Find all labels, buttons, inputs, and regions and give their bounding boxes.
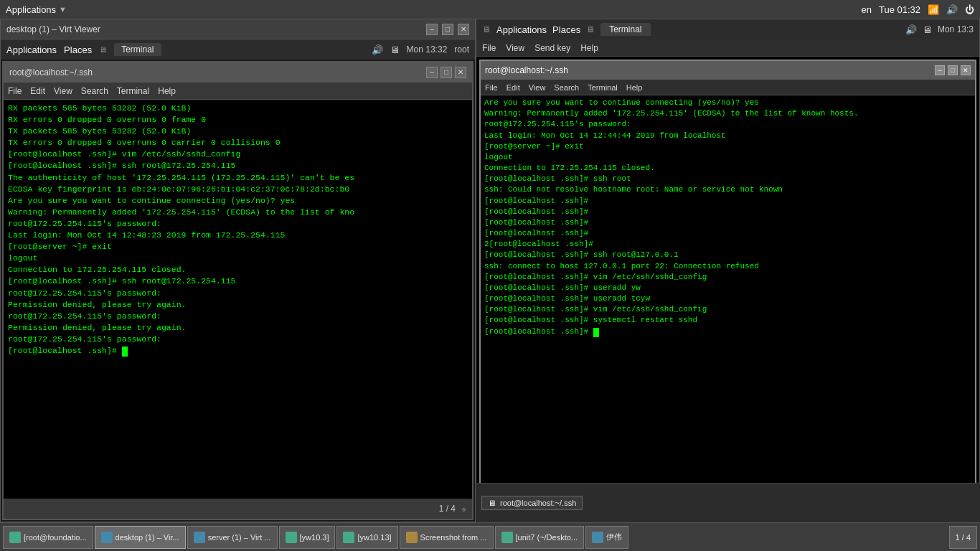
right-gnome-time: Mon 13:3 <box>938 24 974 34</box>
right-term-line: [root@localhost .ssh]# ssh root <box>484 174 971 184</box>
power-icon: ⏻ <box>965 4 974 15</box>
right-inner-terminal[interactable]: Terminal <box>588 83 618 92</box>
right-term-line: [root@localhost .ssh]# <box>484 228 971 239</box>
left-window-titlebar: desktop (1) – Virt Viewer – □ ✕ <box>1 19 475 39</box>
right-server-taskbar-item[interactable]: 🖥 root@localhost:~/.ssh <box>481 496 583 510</box>
left-term-line: Connection to 172.25.254.115 closed. <box>8 264 468 276</box>
right-inner-view[interactable]: View <box>529 83 546 92</box>
right-window-content: root@localhost:~/.ssh – □ ✕ File Edit Vi… <box>476 57 979 522</box>
menu-terminal[interactable]: Terminal <box>117 86 149 96</box>
right-menu-file[interactable]: File <box>482 43 496 53</box>
left-window-controls: – □ ✕ <box>426 24 469 35</box>
right-inner-maximize[interactable]: □ <box>948 65 958 75</box>
menu-edit[interactable]: Edit <box>30 86 45 96</box>
left-gnome-places[interactable]: Places <box>64 44 92 55</box>
taskbar-item-icon <box>194 532 205 543</box>
right-term-line: [root@localhost .ssh]# <box>484 326 971 337</box>
right-inner-file[interactable]: File <box>485 83 498 92</box>
left-term-status: 1 / 4 ⬦ <box>4 499 472 519</box>
left-gnome-bar: Applications Places 🖥 Terminal 🔊 🖥 Mon 1… <box>1 39 475 60</box>
left-gnome-apps[interactable]: Applications <box>6 44 57 55</box>
taskbar-item[interactable]: 伊伟 <box>585 526 628 549</box>
right-inner-window: root@localhost:~/.ssh – □ ✕ File Edit Vi… <box>479 60 976 519</box>
system-apps-menu[interactable]: Applications <box>6 4 56 15</box>
right-term-line: [root@localhost .ssh]# vim /etc/ssh/sshd… <box>484 272 971 283</box>
taskbar-item[interactable]: [yw10.13] <box>336 526 397 549</box>
right-inner-close[interactable]: ✕ <box>961 65 971 75</box>
left-window-minimize[interactable]: – <box>426 24 438 35</box>
right-inner-search[interactable]: Search <box>554 83 579 92</box>
taskbar-item-label: [yw10.3] <box>300 533 329 542</box>
right-inner-controls: – □ ✕ <box>935 65 971 75</box>
right-virt-window: server (1) – Virt Viewer – File View Sen… <box>476 19 980 522</box>
taskbar-item[interactable]: desktop (1) – Vir... <box>95 526 186 549</box>
taskbar-item-icon <box>343 532 354 543</box>
left-term-line: root@172.25.254.115's password: <box>8 218 468 230</box>
system-lang[interactable]: en <box>861 4 871 15</box>
right-gnome-apps[interactable]: Applications <box>496 24 547 35</box>
right-menu-sendkey[interactable]: Send key <box>534 43 570 53</box>
right-menu-help[interactable]: Help <box>580 43 598 53</box>
system-time: Tue 01:32 <box>879 4 920 15</box>
taskbar-item-icon <box>501 532 513 543</box>
right-term-line: 2[root@localhost .ssh]# <box>484 239 971 250</box>
taskbar-item-label: Screenshot from ... <box>420 533 487 542</box>
left-gnome-term-tab[interactable]: Terminal <box>114 43 161 56</box>
taskbar-pager[interactable]: 1 / 4 <box>949 526 977 549</box>
taskbar-items: [root@foundatio...desktop (1) – Vir...se… <box>3 526 948 549</box>
volume-icon: 🔊 <box>946 4 958 15</box>
left-term-body[interactable]: RX packets 585 bytes 53282 (52.0 KiB) RX… <box>4 100 472 499</box>
left-term-line: RX errors 0 dropped 0 overruns 0 frame 0 <box>8 114 468 126</box>
right-inner-help[interactable]: Help <box>626 83 643 92</box>
menu-search[interactable]: Search <box>81 86 108 96</box>
taskbar-item-icon <box>592 532 603 543</box>
taskbar-item[interactable]: [unit7 (~/Deskto... <box>495 526 585 549</box>
right-inner-titlebar: root@localhost:~/.ssh – □ ✕ <box>481 61 975 80</box>
cursor <box>122 347 128 357</box>
left-term-line: Warning: Permanently added '172.25.254.1… <box>8 207 468 218</box>
system-bar-right: en Tue 01:32 📶 🔊 ⏻ <box>861 4 974 15</box>
right-menu-view[interactable]: View <box>506 43 524 53</box>
left-term-line: TX errors 0 dropped 0 overruns 0 carrier… <box>8 137 468 149</box>
left-term-line: root@172.25.254.115's password: <box>8 334 468 345</box>
right-term-line: [root@server ~]# exit <box>484 141 971 152</box>
left-term-minimize[interactable]: – <box>426 67 438 78</box>
left-term-maximize[interactable]: □ <box>440 67 452 78</box>
left-term-line: [root@localhost .ssh]# vim /etc/ssh/sshd… <box>8 149 468 160</box>
taskbar-item[interactable]: [yw10.3] <box>279 526 336 549</box>
taskbar-item-icon <box>9 532 21 543</box>
left-term-close[interactable]: ✕ <box>455 67 466 78</box>
taskbar-item[interactable]: [root@foundatio... <box>3 526 93 549</box>
right-term-line: [root@localhost .ssh]# useradd tcyw <box>484 293 971 304</box>
taskbar-item-label: 伊伟 <box>606 532 622 542</box>
left-window-maximize[interactable]: □ <box>442 24 453 35</box>
system-bar-left: Applications ▼ <box>6 4 67 15</box>
left-gnome-time: Mon 13:32 <box>407 44 448 55</box>
taskbar-item-label: [root@foundatio... <box>24 533 87 542</box>
left-term-line: Are you sure you want to continue connec… <box>8 195 468 207</box>
taskbar-item[interactable]: server (1) – Virt ... <box>187 526 278 549</box>
right-inner-edit[interactable]: Edit <box>507 83 520 92</box>
left-term-line: root@172.25.254.115's password: <box>8 288 468 299</box>
right-inner-minimize[interactable]: – <box>935 65 945 75</box>
right-term-line: [root@localhost .ssh]# vim /etc/ssh/sshd… <box>484 304 971 315</box>
taskbar-item[interactable]: Screenshot from ... <box>400 526 494 549</box>
left-term-controls: – □ ✕ <box>426 67 466 78</box>
left-gnome-volume: 🔊 <box>372 44 383 55</box>
taskbar-item-label: [yw10.13] <box>357 533 391 542</box>
right-term-line: root@172.25.254.115's password: <box>484 119 971 130</box>
menu-view[interactable]: View <box>54 86 72 96</box>
right-inner-term-body[interactable]: Are you sure you want to continue connec… <box>481 95 975 517</box>
left-term-line: [root@localhost .ssh]# <box>8 345 468 357</box>
menu-help[interactable]: Help <box>158 86 176 96</box>
menu-file[interactable]: File <box>8 86 22 96</box>
left-term-line: RX packets 585 bytes 53282 (52.0 KiB) <box>8 103 468 114</box>
right-term-line: Warning: Permanently added '172.25.254.1… <box>484 108 971 119</box>
taskbar-item-label: server (1) – Virt ... <box>208 533 271 542</box>
right-term-line: Are you sure you want to continue connec… <box>484 98 971 108</box>
taskbar-item-icon <box>101 532 113 543</box>
right-gnome-places[interactable]: Places <box>552 24 580 35</box>
right-term-line: Last login: Mon Oct 14 12:44:44 2019 fro… <box>484 131 971 141</box>
left-window-close[interactable]: ✕ <box>458 24 469 35</box>
right-gnome-term-tab[interactable]: Terminal <box>600 23 650 36</box>
